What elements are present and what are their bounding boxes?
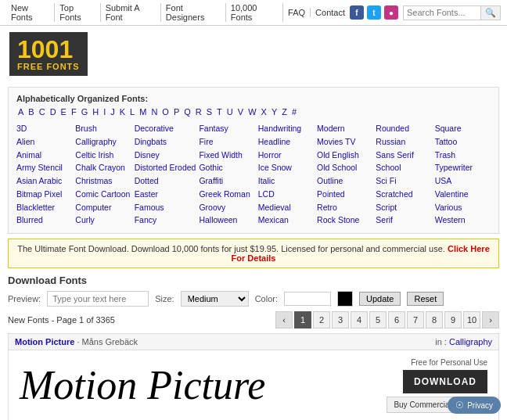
cat-disney[interactable]: Disney — [135, 149, 196, 162]
cat-modern[interactable]: Modern — [317, 123, 372, 135]
alpha-a[interactable]: A — [16, 107, 25, 117]
color-input[interactable]: #000000 — [284, 292, 331, 306]
cat-famous[interactable]: Famous — [135, 202, 196, 214]
page-3-button[interactable]: 3 — [332, 311, 349, 328]
page-8-button[interactable]: 8 — [426, 311, 443, 328]
page-7-button[interactable]: 7 — [407, 311, 424, 328]
alpha-u[interactable]: U — [225, 107, 235, 117]
nav-10k[interactable]: 10,000 Fonts — [226, 3, 283, 22]
alpha-w[interactable]: W — [246, 107, 257, 117]
cat-groovy[interactable]: Groovy — [199, 202, 254, 214]
alpha-d[interactable]: D — [49, 107, 58, 117]
cat-fancy[interactable]: Fancy — [135, 214, 196, 227]
page-4-button[interactable]: 4 — [351, 311, 368, 328]
logo[interactable]: 1001 FREE FONTS — [9, 32, 88, 76]
cat-trash[interactable]: Trash — [435, 149, 491, 162]
cat-curly[interactable]: Curly — [75, 214, 131, 227]
cat-dingbats[interactable]: Dingbats — [135, 136, 196, 149]
color-swatch[interactable] — [337, 291, 353, 307]
cat-outline[interactable]: Outline — [317, 175, 372, 188]
cat-calligraphy[interactable]: Calligraphy — [75, 136, 131, 149]
cat-decorative[interactable]: Decorative — [135, 123, 196, 135]
cat-horror[interactable]: Horror — [258, 149, 314, 162]
alpha-f[interactable]: F — [70, 107, 78, 117]
alpha-y[interactable]: Y — [270, 107, 279, 117]
cat-valentine[interactable]: Valentine — [435, 188, 491, 201]
cat-greek[interactable]: Greek Roman — [199, 188, 254, 201]
alpha-s[interactable]: S — [205, 107, 214, 117]
privacy-badge[interactable]: ☉ Privacy — [448, 397, 501, 414]
cat-asian[interactable]: Asian Arabic — [16, 175, 72, 188]
cat-square[interactable]: Square — [435, 123, 491, 135]
cat-easter[interactable]: Easter — [135, 188, 196, 201]
cat-mexican[interactable]: Mexican — [258, 214, 314, 227]
alpha-b[interactable]: B — [27, 107, 35, 117]
cat-italic[interactable]: Italic — [258, 175, 314, 188]
nav-new-fonts[interactable]: New Fonts — [6, 3, 55, 22]
alpha-p[interactable]: P — [172, 107, 181, 117]
prev-page-button[interactable]: ‹ — [275, 311, 293, 328]
alpha-x[interactable]: X — [260, 107, 268, 117]
alpha-o[interactable]: O — [160, 107, 171, 117]
facebook-icon[interactable]: f — [350, 5, 364, 20]
page-9-button[interactable]: 9 — [444, 311, 462, 328]
cat-gothic[interactable]: Gothic — [199, 162, 254, 174]
cat-lcd[interactable]: LCD — [258, 188, 314, 201]
nav-top-fonts[interactable]: Top Fonts — [55, 3, 100, 22]
cat-christmas[interactable]: Christmas — [75, 175, 131, 188]
cat-chalk[interactable]: Chalk Crayon — [75, 162, 131, 174]
cat-retro[interactable]: Retro — [317, 202, 372, 214]
alpha-l[interactable]: L — [128, 107, 136, 117]
alpha-k[interactable]: K — [118, 107, 127, 117]
alpha-n[interactable]: N — [149, 107, 159, 117]
alpha-c[interactable]: C — [38, 107, 47, 117]
cat-halloween[interactable]: Halloween — [199, 214, 254, 227]
cat-blackletter[interactable]: Blackletter — [16, 202, 72, 214]
download-button-1[interactable]: DOWNLOAD — [403, 370, 487, 393]
instagram-icon[interactable]: ● — [384, 5, 398, 20]
cat-tattoo[interactable]: Tattoo — [435, 136, 491, 149]
cat-medieval[interactable]: Medieval — [258, 202, 314, 214]
alpha-h[interactable]: H — [91, 107, 100, 117]
cat-rock[interactable]: Rock Stone — [317, 214, 372, 227]
page-2-button[interactable]: 2 — [313, 311, 330, 328]
twitter-icon[interactable]: t — [367, 5, 381, 20]
cat-comic[interactable]: Comic Cartoon — [75, 188, 131, 201]
cat-russian[interactable]: Russian — [376, 136, 431, 149]
font-name-link-1[interactable]: Motion Picture — [15, 337, 74, 346]
alpha-v[interactable]: V — [236, 107, 245, 117]
nav-contact[interactable]: Contact — [311, 8, 350, 17]
alpha-m[interactable]: M — [138, 107, 148, 117]
cat-scratched[interactable]: Scratched — [376, 188, 431, 201]
cat-bitmap[interactable]: Bitmap Pixel — [16, 188, 72, 201]
page-5-button[interactable]: 5 — [369, 311, 387, 328]
cat-fire[interactable]: Fire — [199, 136, 254, 149]
cat-3d[interactable]: 3D — [16, 123, 72, 135]
alpha-j[interactable]: J — [109, 107, 117, 117]
alpha-g[interactable]: G — [80, 107, 90, 117]
cat-usa[interactable]: USA — [435, 175, 491, 188]
cat-pointed[interactable]: Pointed — [317, 188, 372, 201]
update-button[interactable]: Update — [359, 292, 401, 306]
cat-school[interactable]: School — [376, 162, 431, 174]
reset-button[interactable]: Reset — [407, 292, 444, 306]
alpha-z[interactable]: Z — [280, 107, 289, 117]
cat-distorted[interactable]: Distorted Eroded — [135, 162, 196, 174]
cat-army[interactable]: Army Stencil — [16, 162, 72, 174]
size-select[interactable]: Small Medium Large Extra Large — [181, 291, 249, 307]
alpha-r[interactable]: R — [194, 107, 203, 117]
cat-fantasy[interactable]: Fantasy — [199, 123, 254, 135]
cat-headline[interactable]: Headline — [258, 136, 314, 149]
cat-various[interactable]: Various — [435, 202, 491, 214]
cat-celtic[interactable]: Celtic Irish — [75, 149, 131, 162]
cat-movies[interactable]: Movies TV — [317, 136, 372, 149]
cat-western[interactable]: Western — [435, 214, 491, 227]
cat-scifi[interactable]: Sci Fi — [376, 175, 431, 188]
nav-designers[interactable]: Font Designers — [161, 3, 226, 22]
page-1-button[interactable]: 1 — [294, 311, 311, 328]
cat-brush[interactable]: Brush — [75, 123, 131, 135]
alpha-q[interactable]: Q — [182, 107, 192, 117]
alpha-hash[interactable]: # — [290, 107, 298, 117]
cat-old-english[interactable]: Old English — [317, 149, 372, 162]
page-10-button[interactable]: 10 — [463, 311, 480, 328]
